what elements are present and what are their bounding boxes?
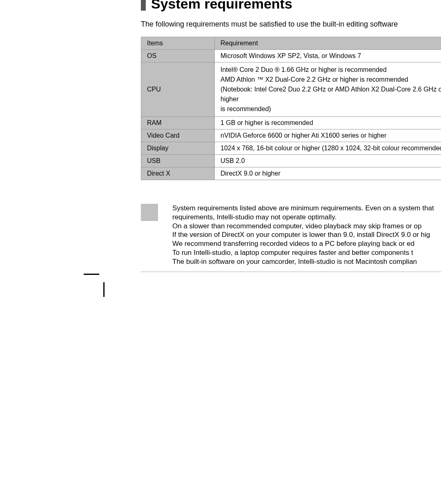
notes-section: System requirements listed above are min…: [141, 204, 441, 266]
th-items: Items: [141, 37, 215, 50]
note-line: If the version of DirectX on your comput…: [172, 230, 434, 239]
req-line: AMD Athlon ™ X2 Dual-Core 2.2 GHz or hig…: [220, 76, 408, 83]
cell-req: DirectX 9.0 or higher: [215, 167, 441, 180]
cell-item: USB: [141, 155, 215, 167]
table-row: RAM 1 GB or higher is recommended: [141, 117, 441, 129]
requirements-table: Items Requirement OS Microsoft Windows X…: [141, 37, 441, 180]
page-crop-marks: [84, 274, 105, 297]
cell-item: RAM: [141, 117, 215, 129]
table-row: OS Microsoft Windows XP SP2, Vista, or W…: [141, 50, 441, 62]
page-heading: System requirements: [141, 0, 441, 12]
req-line: Intel® Core 2 Duo ® 1.66 GHz or higher i…: [220, 66, 387, 73]
th-requirement: Requirement: [215, 37, 441, 50]
cell-req: Microsoft Windows XP SP2, Vista, or Wind…: [215, 50, 441, 62]
cell-item: Video Card: [141, 129, 215, 142]
note-line: We recommend transferring recorded video…: [172, 239, 434, 248]
note-line: To run Intelli-studio, a laptop computer…: [172, 248, 434, 257]
req-line: is recommended): [220, 105, 271, 112]
cell-req: Intel® Core 2 Duo ® 1.66 GHz or higher i…: [215, 62, 441, 117]
cell-req: USB 2.0: [215, 155, 441, 167]
note-line: On a slower than recommended computer, v…: [172, 222, 434, 231]
cell-req: 1024 x 768, 16-bit colour or higher (128…: [215, 142, 441, 155]
table-row: Video Card nVIDIA Geforce 6600 or higher…: [141, 129, 441, 142]
table-row: Direct X DirectX 9.0 or higher: [141, 167, 441, 180]
note-icon: [141, 204, 158, 221]
note-line: The built-in software on your camcorder,…: [172, 257, 434, 266]
cell-req: nVIDIA Geforce 6600 or higher Ati X1600 …: [215, 129, 441, 142]
notes-list: System requirements listed above are min…: [172, 204, 434, 266]
note-line: requirements, Intelli-studio may not ope…: [172, 213, 434, 222]
intro-text: The following requirements must be satis…: [141, 20, 441, 29]
table-row: Display 1024 x 768, 16-bit colour or hig…: [141, 142, 441, 155]
cell-item: CPU: [141, 62, 215, 117]
cell-item: Direct X: [141, 167, 215, 180]
cell-req: 1 GB or higher is recommended: [215, 117, 441, 129]
table-row: CPU Intel® Core 2 Duo ® 1.66 GHz or high…: [141, 62, 441, 117]
notes-divider: [141, 272, 441, 272]
crop-mark-vertical: [103, 282, 105, 297]
note-line: System requirements listed above are min…: [172, 204, 434, 213]
cell-item: Display: [141, 142, 215, 155]
req-line: (Notebook: Intel Core2 Duo 2.2 GHz or AM…: [220, 86, 441, 103]
crop-mark-horizontal: [84, 274, 99, 275]
cell-item: OS: [141, 50, 215, 62]
table-row: USB USB 2.0: [141, 155, 441, 167]
